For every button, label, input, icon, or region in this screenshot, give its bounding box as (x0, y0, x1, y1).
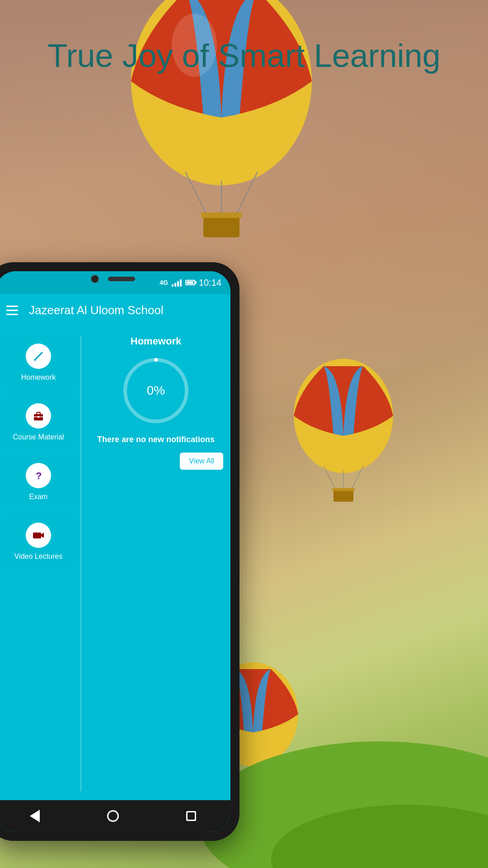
signal-bars (172, 278, 182, 287)
phone-device: 4G 10:14 Jazeerat Al (0, 262, 239, 841)
signal-bar-1 (172, 284, 174, 287)
pencil-icon (26, 344, 51, 369)
recent-square-icon (186, 811, 196, 821)
hamburger-line-2 (6, 310, 18, 311)
svg-rect-6 (201, 212, 242, 218)
phone-wrapper: 4G 10:14 Jazeerat Al (0, 262, 239, 841)
briefcase-icon (26, 403, 51, 429)
phone-camera (91, 275, 99, 283)
svg-rect-12 (332, 488, 355, 491)
sidebar-item-course-material[interactable]: Course Material (3, 395, 74, 448)
signal-4g-label: 4G (160, 279, 168, 286)
sidebar-item-exam[interactable]: ? Exam (3, 455, 74, 507)
menu-icon[interactable] (6, 306, 18, 315)
home-circle-icon (107, 810, 119, 822)
signal-bar-2 (174, 283, 176, 287)
app-title: Jazeerat Al Uloom School (29, 303, 164, 317)
sidebar: Homework Course Material (0, 326, 81, 800)
phone-top-bar (91, 275, 135, 283)
svg-text:?: ? (36, 470, 42, 481)
sidebar-item-video-lectures-label: Video Lectures (14, 552, 62, 561)
status-bar-time: 10:14 (199, 278, 221, 288)
back-arrow-icon (30, 810, 40, 822)
progress-ring-text: 0% (147, 383, 165, 398)
recent-button[interactable] (182, 807, 200, 825)
sidebar-item-homework-label: Homework (21, 373, 56, 382)
hamburger-line-3 (6, 314, 18, 315)
bottom-nav (0, 800, 230, 832)
video-icon (26, 523, 51, 548)
main-panel: Homework 0% (81, 326, 230, 800)
sidebar-item-video-lectures[interactable]: Video Lectures (3, 514, 74, 567)
back-button[interactable] (26, 807, 44, 825)
notification-message: There are no new notifications (89, 434, 223, 445)
app-content: Homework Course Material (0, 326, 230, 800)
svg-rect-21 (33, 533, 41, 538)
ring-wrapper: 0% (120, 354, 192, 427)
signal-bar-3 (177, 281, 179, 287)
battery-fill (187, 281, 193, 284)
view-all-button[interactable]: View All (180, 453, 223, 470)
question-icon: ? (26, 463, 51, 488)
home-button[interactable] (104, 807, 122, 825)
app-tagline: True Joy of Smart Learning (0, 36, 488, 75)
sidebar-item-course-material-label: Course Material (13, 433, 64, 441)
section-title: Homework (89, 335, 223, 347)
progress-ring-container: 0% (89, 354, 223, 427)
phone-speaker (108, 277, 135, 281)
svg-rect-19 (38, 416, 39, 418)
sidebar-item-exam-label: Exam (29, 493, 48, 501)
battery-icon (185, 280, 195, 285)
app-header: Jazeerat Al Uloom School (0, 294, 230, 326)
hamburger-line-1 (6, 306, 18, 307)
svg-rect-11 (333, 489, 353, 502)
signal-bar-4 (180, 279, 182, 287)
sidebar-item-homework[interactable]: Homework (3, 335, 74, 388)
phone-screen: 4G 10:14 Jazeerat Al (0, 271, 230, 832)
svg-rect-5 (203, 215, 239, 237)
